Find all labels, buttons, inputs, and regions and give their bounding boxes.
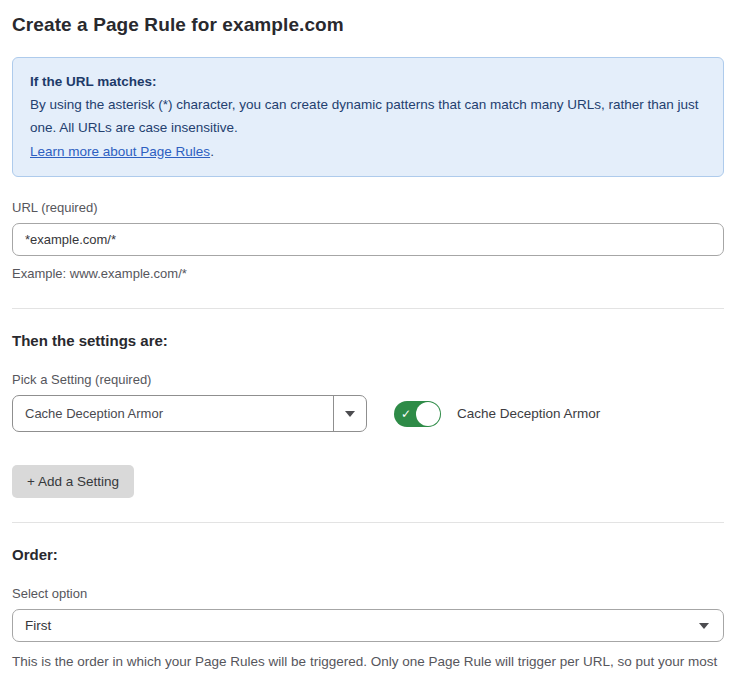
order-helper-text: This is the order in which your Page Rul… <box>12 651 724 679</box>
settings-section-heading: Then the settings are: <box>12 332 724 349</box>
setting-picker-label: Pick a Setting (required) <box>12 372 724 387</box>
setting-select-arrow-box[interactable] <box>333 396 366 431</box>
cache-deception-armor-toggle[interactable]: ✓ <box>394 401 441 427</box>
url-field-helper: Example: www.example.com/* <box>12 264 724 284</box>
toggle-label: Cache Deception Armor <box>457 406 600 421</box>
checkmark-icon: ✓ <box>401 406 411 422</box>
setting-select[interactable]: Cache Deception Armor <box>12 395 367 432</box>
url-match-info-box: If the URL matches: By using the asteris… <box>12 57 724 177</box>
order-select[interactable]: First <box>12 609 724 642</box>
setting-select-value: Cache Deception Armor <box>13 406 333 421</box>
chevron-down-icon <box>699 623 709 629</box>
page-rule-form: Create a Page Rule for example.com If th… <box>0 0 750 679</box>
order-section-heading: Order: <box>12 546 724 563</box>
url-input[interactable] <box>12 223 724 256</box>
info-box-link-line: Learn more about Page Rules. <box>30 140 706 163</box>
add-setting-button[interactable]: + Add a Setting <box>12 465 134 498</box>
order-select-label: Select option <box>12 586 724 601</box>
divider <box>12 308 724 309</box>
chevron-down-icon <box>345 411 355 417</box>
setting-row: Cache Deception Armor ✓ Cache Deception … <box>12 395 724 432</box>
toggle-knob <box>416 402 440 426</box>
url-field-label: URL (required) <box>12 200 724 215</box>
info-box-body: By using the asterisk (*) character, you… <box>30 93 706 139</box>
info-box-heading: If the URL matches: <box>30 70 706 93</box>
order-select-value: First <box>25 618 699 633</box>
link-period: . <box>210 144 214 159</box>
page-title: Create a Page Rule for example.com <box>12 14 724 36</box>
learn-more-link[interactable]: Learn more about Page Rules <box>30 144 210 159</box>
divider <box>12 522 724 523</box>
